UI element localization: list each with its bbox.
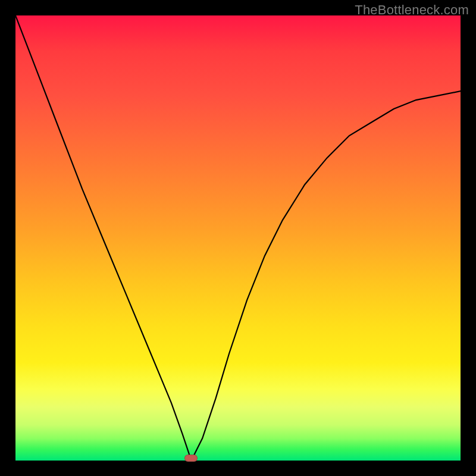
watermark-text: TheBottleneck.com [355,2,469,18]
chart-frame: TheBottleneck.com [0,0,476,476]
bottleneck-curve [15,15,461,461]
optimal-point-marker [184,455,198,462]
plot-area [15,15,461,461]
